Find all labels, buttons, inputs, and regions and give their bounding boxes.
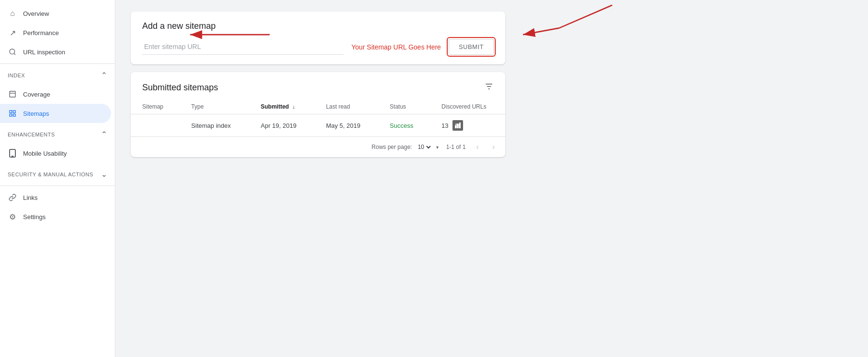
pagination-row: Rows per page: 10 25 50 ▾ 1-1 of 1 ‹ › [131,136,505,157]
security-section-label: Security & Manual Actions [8,172,93,177]
col-last-read: Last read [315,99,379,114]
submit-button[interactable]: SUBMIT [449,39,494,55]
cell-discovered-urls: 13 [430,114,505,136]
sidebar-item-performance[interactable]: ↗ Performance [0,23,111,42]
submitted-card-header: Submitted sitemaps [131,72,505,99]
col-sitemap: Sitemap [131,99,180,114]
enhancements-section-header[interactable]: Enhancements ⌃ [0,125,115,144]
cell-submitted: Apr 19, 2019 [249,114,315,137]
table-header-row: Sitemap Type Submitted ↓ Last read Statu… [131,99,505,114]
svg-rect-5 [13,111,15,113]
bar-chart-icon[interactable] [452,120,463,131]
svg-line-13 [559,5,612,28]
rows-per-page-select[interactable]: 10 25 50 [416,143,432,151]
col-type: Type [180,99,249,114]
sidebar-item-label: Sitemaps [23,110,49,117]
enhancements-section-label: Enhancements [8,132,55,137]
col-status: Status [378,99,430,114]
cell-sitemap [131,114,180,137]
sitemaps-icon [8,109,17,118]
sidebar-item-label: Mobile Usability [23,150,67,157]
svg-rect-4 [10,111,12,113]
page-info: 1-1 of 1 [446,144,466,150]
submitted-sitemaps-card: Submitted sitemaps Sitemap Type Submitte… [131,72,505,157]
sidebar-item-mobile-usability[interactable]: Mobile Usability [0,144,111,163]
sitemaps-table: Sitemap Type Submitted ↓ Last read Statu… [131,99,505,136]
sidebar-item-overview[interactable]: ⌂ Overview [0,4,111,23]
rows-per-page: Rows per page: 10 25 50 ▾ [372,143,439,151]
sort-down-icon: ↓ [293,104,295,110]
sitemap-input-row: Your Sitemap URL Goes Here SUBMIT [142,39,494,55]
security-section-header[interactable]: Security & Manual Actions ⌄ [0,165,115,184]
sitemap-url-hint: Your Sitemap URL Goes Here [351,43,441,51]
sidebar-item-links[interactable]: Links [0,188,111,207]
sidebar-item-sitemaps[interactable]: Sitemaps [0,104,111,123]
svg-rect-17 [455,125,456,128]
svg-line-1 [14,53,15,55]
coverage-icon [8,89,17,99]
trending-up-icon: ↗ [8,28,17,37]
rows-per-page-label: Rows per page: [372,144,412,150]
sitemap-url-input[interactable] [142,39,343,55]
svg-rect-2 [10,91,15,97]
sidebar-item-url-inspection[interactable]: URL inspection [0,42,111,62]
svg-rect-18 [457,124,458,128]
home-icon: ⌂ [8,9,17,18]
chevron-down-icon: ⌄ [101,170,108,179]
add-sitemap-card: Add a new sitemap Your Sitemap URL Goes … [131,12,505,64]
sidebar: ⌂ Overview ↗ Performance URL inspection … [0,0,115,357]
chevron-up-icon: ⌃ [101,130,108,139]
prev-page-button[interactable]: ‹ [473,141,481,153]
sidebar-item-settings[interactable]: ⚙ Settings [0,207,111,226]
next-page-button[interactable]: › [489,141,498,153]
col-submitted[interactable]: Submitted ↓ [249,99,315,114]
add-sitemap-title: Add a new sitemap [142,21,494,31]
sidebar-item-label: Settings [23,213,46,221]
svg-rect-6 [10,114,12,116]
cell-last-read: May 5, 2019 [315,114,379,137]
sidebar-item-label: Performance [23,29,59,37]
settings-icon: ⚙ [8,212,17,222]
svg-point-0 [10,49,15,54]
main-content: Add a new sitemap Your Sitemap URL Goes … [115,0,868,357]
svg-line-12 [523,28,559,35]
col-discovered-urls: Discovered URLs [430,99,505,114]
mobile-icon [8,148,17,158]
links-icon [8,193,17,202]
cell-type: Sitemap index [180,114,249,137]
sidebar-item-label: Coverage [23,91,50,98]
sidebar-item-coverage[interactable]: Coverage [0,85,111,104]
dropdown-icon: ▾ [436,145,439,150]
svg-rect-7 [13,114,15,116]
sidebar-item-label: Overview [23,10,49,17]
sidebar-item-label: URL inspection [23,49,65,56]
sidebar-item-label: Links [23,194,37,201]
search-icon [8,47,17,57]
submitted-sitemaps-title: Submitted sitemaps [142,83,218,93]
filter-icon[interactable] [484,82,494,94]
svg-rect-19 [459,123,461,128]
cell-status: Success [378,114,430,137]
chevron-up-icon: ⌃ [101,71,108,80]
index-section-label: Index [8,73,25,78]
table-row: Sitemap index Apr 19, 2019 May 5, 2019 S… [131,114,505,137]
index-section-header[interactable]: Index ⌃ [0,66,115,85]
